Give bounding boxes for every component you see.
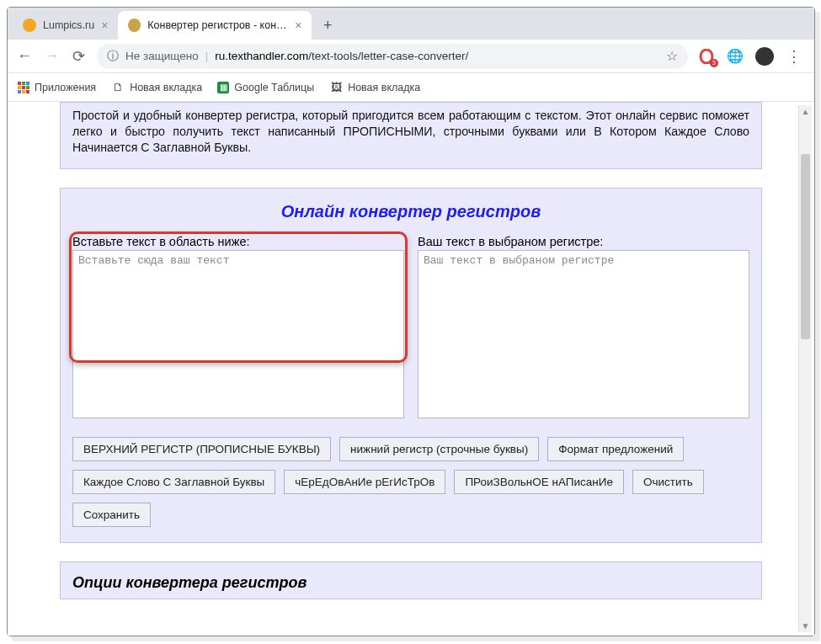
extension-opera-icon[interactable]: 3 <box>698 48 715 65</box>
save-button[interactable]: Сохранить <box>72 503 151 527</box>
button-row: ВЕРХНИЙ РЕГИСТР (ПРОПИСНЫЕ БУКВЫ) нижний… <box>72 437 749 527</box>
reload-button[interactable]: ⟳ <box>70 48 87 65</box>
options-title: Опции конвертера регистров <box>72 574 749 592</box>
sheets-icon: ▦ <box>217 82 229 93</box>
tab-bar: Lumpics.ru × Конвертер регистров - конве… <box>8 8 814 40</box>
input-textarea[interactable] <box>72 250 404 418</box>
extension-globe-icon[interactable]: 🌐 <box>727 48 744 65</box>
bookmark-apps[interactable]: Приложения <box>18 82 96 93</box>
output-label: Ваш текст в выбраном регистре: <box>418 235 749 248</box>
output-textarea[interactable] <box>418 250 749 418</box>
page-content: Простой и удобный конвертер регистра, ко… <box>8 102 814 636</box>
extensions-area: 3 🌐 ⋮ <box>698 47 806 66</box>
tab-lumpics[interactable]: Lumpics.ru × <box>13 11 118 40</box>
address-bar: ← → ⟳ ⓘ Не защищено | ru.texthandler.com… <box>8 40 814 73</box>
back-button[interactable]: ← <box>16 48 33 65</box>
close-tab-icon[interactable]: × <box>101 19 108 32</box>
scroll-thumb[interactable] <box>801 154 810 339</box>
sentence-case-button[interactable]: Формат предложений <box>547 437 684 461</box>
scroll-up-icon[interactable]: ▲ <box>799 107 812 116</box>
new-tab-button[interactable]: + <box>317 14 339 36</box>
converter-panel: Онлайн конвертер регистров Вставьте текс… <box>60 188 762 543</box>
site-info-icon[interactable]: ⓘ <box>107 49 119 64</box>
profile-avatar[interactable] <box>755 47 774 66</box>
converter-title: Онлайн конвертер регистров <box>72 202 749 221</box>
uppercase-button[interactable]: ВЕРХНИЙ РЕГИСТР (ПРОПИСНЫЕ БУКВЫ) <box>72 437 331 461</box>
options-panel: Опции конвертера регистров <box>60 562 762 599</box>
alternating-case-button[interactable]: чЕрЕдОвАнИе рЕгИсТрОв <box>284 470 445 494</box>
apps-icon <box>18 82 29 93</box>
bookmarks-bar: Приложения 🗋 Новая вкладка ▦ Google Табл… <box>8 73 814 102</box>
browser-menu-button[interactable]: ⋮ <box>786 48 802 65</box>
input-label: Вставьте текст в область ниже: <box>72 235 404 248</box>
clear-button[interactable]: Очистить <box>632 470 704 494</box>
close-tab-icon[interactable]: × <box>295 19 301 32</box>
scroll-down-icon[interactable]: ▼ <box>799 621 812 631</box>
bookmark-new-tab-2[interactable]: 🖼 Новая вкладка <box>329 81 420 94</box>
random-case-button[interactable]: ПРоиЗВольнОЕ нАПисанИе <box>454 470 624 494</box>
tab-title: Lumpics.ru <box>43 19 94 31</box>
capitalize-each-word-button[interactable]: Каждое Слово С Заглавной Буквы <box>72 470 275 494</box>
image-icon: 🖼 <box>329 81 343 94</box>
forward-button[interactable]: → <box>43 48 60 65</box>
favicon-icon <box>128 19 141 32</box>
bookmark-star-icon[interactable]: ☆ <box>666 48 678 64</box>
security-label: Не защищено <box>125 50 199 62</box>
favicon-icon <box>23 19 36 32</box>
tab-title: Конвертер регистров - конверт <box>147 19 288 31</box>
url-text: ru.texthandler.com/text-tools/letter-cas… <box>215 50 468 62</box>
bookmark-new-tab-1[interactable]: 🗋 Новая вкладка <box>111 81 202 94</box>
bookmark-google-sheets[interactable]: ▦ Google Таблицы <box>217 82 314 93</box>
browser-window: — □ ✕ Lumpics.ru × Конвертер регистров -… <box>7 7 815 636</box>
lowercase-button[interactable]: нижний регистр (строчные буквы) <box>339 437 539 461</box>
intro-text: Простой и удобный конвертер регистра, ко… <box>60 102 762 169</box>
tab-texthandler[interactable]: Конвертер регистров - конверт × <box>118 11 312 40</box>
extension-badge: 3 <box>710 59 718 67</box>
url-field[interactable]: ⓘ Не защищено | ru.texthandler.com/text-… <box>97 44 688 69</box>
page-icon: 🗋 <box>111 81 125 94</box>
vertical-scrollbar[interactable]: ▲ ▼ <box>798 105 812 632</box>
